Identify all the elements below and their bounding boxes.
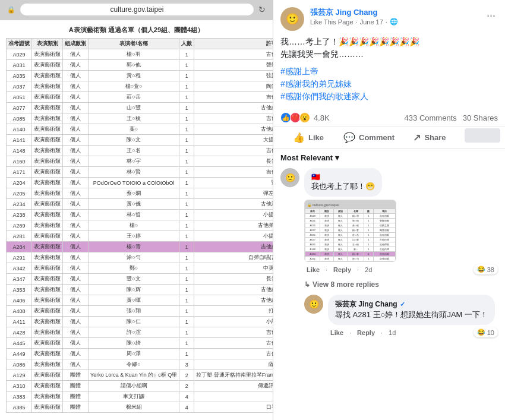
thumb-table: 准考類別個別名稱數項目 A029表演個人楊○羽1吉他演唱 A031表演個人郭○他… <box>305 209 396 261</box>
reactions-count: 4.8K <box>314 113 330 122</box>
table-thumbnail: 🔒 culture.gov.taipei 准考類別個別名稱數項目 A029表演個… <box>304 200 396 262</box>
col-header-cat: 表演類別 <box>32 39 63 49</box>
table-row: A085表演藝術類個人王○稜1吉他彈唱 <box>7 113 273 124</box>
dot-sep: · <box>326 266 327 273</box>
comments-section[interactable]: Most Relevant ▾ 🙂 🇹🇼 我也考上了耶！😁 🔒 culture.… <box>273 149 505 420</box>
shares-count: 30 Shares <box>463 113 498 122</box>
flag-icon: 🇹🇼 <box>311 173 320 181</box>
post-line1: 我……考上了！🎉🎉🎉🎉🎉🎉🎉🎉 <box>280 36 498 48</box>
table-row: A234表演藝術類個人黃○儀1古他演唱分享 <box>7 199 273 210</box>
avatar: 🙂 <box>280 7 304 31</box>
comment-avatar-2: 🙂 <box>304 295 323 314</box>
reaction-count-1: 38 <box>487 266 494 273</box>
table-row: A445表演藝術類個人陳○綺1古他彈唱 <box>7 338 273 349</box>
document-area: A表演藝術類 通過名單（個人29組、團體4組） 准考證號 表演類別 組成數別 表… <box>0 20 273 420</box>
table-row: A031表演藝術類個人郭○他1聲樂演奏 <box>7 60 273 71</box>
reactions-bar: 👍 ❤️ 😮 4.8K 433 Comments 30 Shares <box>273 109 505 127</box>
dot-sep: · <box>356 18 358 26</box>
comment-block-1: 🙂 🇹🇼 我也考上了耶！😁 🔒 culture.gov.taipei 准 <box>280 168 498 274</box>
comment-button[interactable]: 💬 Comment <box>339 128 399 147</box>
table-row: A051表演藝術類個人莊○岳1吉他演唱 <box>7 92 273 103</box>
table-row: A428表演藝術類個人許○澐1吉他彈唱 <box>7 327 273 338</box>
hashtag3[interactable]: #感謝你們我的歌迷家人 <box>280 90 498 103</box>
table-row: A383表演藝術類團體車文打鼴4 <box>7 391 273 402</box>
table-row: A037表演藝術類個人楊○萱○1陶笛演奏 <box>7 81 273 92</box>
comments-count: 433 Comments <box>405 113 457 122</box>
view-more-replies[interactable]: ↳ View 8 more replies <box>304 280 498 289</box>
table-row: A411表演藝術類個人陳○仁1小調演奏 <box>7 317 273 327</box>
comment-like-1[interactable]: Like <box>307 266 320 273</box>
comment-time-2: 1d <box>389 329 396 336</box>
table-row: A449表演藝術類個人周○澤1古他彈唱 <box>7 349 273 359</box>
share-box <box>465 128 500 143</box>
comment-actions-2: Like · Reply · 1d 😂 10 <box>328 327 498 337</box>
table-row: A141表演藝術類個人陳○文1大提琴演奏 <box>7 135 273 146</box>
comment-like-2[interactable]: Like <box>330 329 343 336</box>
comment-text-2: 尋找 A281 王○婷！想跟她生街頭JAM 一下！ <box>335 310 488 320</box>
col-header-id: 准考證號 <box>7 39 32 49</box>
comment-icon: 💬 <box>343 132 355 143</box>
author-name-2: 張芸京 Jing Chang <box>335 299 397 310</box>
post-sub: Like This Page · June 17 · 🌐 <box>310 18 478 26</box>
comment-time-1: 2d <box>365 266 372 273</box>
sort-label: Most Relevant <box>280 153 333 162</box>
table-row: A269表演藝術類個人楊○1古他彈唱、演奏 <box>7 220 273 231</box>
thumb-content: 准考類別個別名稱數項目 A029表演個人楊○羽1吉他演唱 A031表演個人郭○他… <box>305 209 396 261</box>
col-header-num: 人數 <box>179 39 194 49</box>
lock-icon: 🔒 <box>7 6 15 14</box>
like-label: Like <box>308 133 324 142</box>
post-header: 🙂 張芸京 Jing Chang Like This Page · June 1… <box>273 0 505 36</box>
post-author: 張芸京 Jing Chang <box>310 7 478 18</box>
like-icon: 👍 <box>293 132 305 143</box>
reply-arrow-icon: ↳ <box>304 280 310 289</box>
globe-icon: 🌐 <box>390 18 398 26</box>
wow-emoji: 😮 <box>299 112 310 123</box>
url-bar: culture.gov.taipei <box>20 4 254 15</box>
sort-bar[interactable]: Most Relevant ▾ <box>280 153 498 162</box>
comment-body-1: 🇹🇼 我也考上了耶！😁 🔒 culture.gov.taipei 准考類別個別名… <box>304 168 498 274</box>
document-title: A表演藝術類 通過名單（個人29組、團體4組） <box>6 26 267 34</box>
reaction-icons: 👍 ❤️ 😮 <box>280 112 310 123</box>
comment-reply-2[interactable]: Reply <box>357 329 375 336</box>
table-row: A204表演藝術類個人POdOrOeO TOIOIO a COlOtObOl1豎… <box>7 178 273 188</box>
more-options-icon[interactable]: ··· <box>484 7 498 24</box>
post-content: 我……考上了！🎉🎉🎉🎉🎉🎉🎉🎉 先讓我哭一會兒……… #感謝上帝 #感謝我的弟兄… <box>273 36 505 109</box>
dot-sep2: · <box>357 266 359 273</box>
post-line2: 先讓我哭一會兒……… <box>280 48 498 61</box>
table-row: A171表演藝術類個人林○賢1吉他彈唱 <box>7 167 273 178</box>
thumb-browser-bar: 🔒 culture.gov.taipei <box>305 200 396 209</box>
table-row: A035表演藝術類個人黃○程1弦樂之聲 <box>7 71 273 81</box>
refresh-icon[interactable]: ↻ <box>258 5 266 14</box>
share-label: Share <box>424 133 446 142</box>
right-panel: 🙂 張芸京 Jing Chang Like This Page · June 1… <box>273 0 505 420</box>
comment-bubble-2: 張芸京 Jing Chang ✓ 尋找 A281 王○婷！想跟她生街頭JAM 一… <box>328 295 495 325</box>
dot-sep4: · <box>381 329 383 336</box>
table-row: A129表演藝術類團體Yerko Lorca & Kuan Yin 的○ c框 … <box>7 370 273 381</box>
action-bar: 👍 Like 💬 Comment ↗ Share <box>273 127 505 149</box>
table-row: A291表演藝術類個人涂○勻1自彈自唱(吉能、電子琴) <box>7 252 273 263</box>
table-row: A342表演藝術類個人鄭○1中英文彈唱 <box>7 263 273 274</box>
post-meta: 張芸京 Jing Chang Like This Page · June 17 … <box>310 7 478 26</box>
post-date: June 17 <box>360 18 383 26</box>
table-row: A347表演藝術類個人豐○文1長笛演奏 <box>7 274 273 285</box>
like-button[interactable]: 👍 Like <box>278 128 339 147</box>
verified-icon: ✓ <box>400 301 405 308</box>
table-row: A238表演藝術類個人林○哲1小提琴演奏 <box>7 210 273 220</box>
share-icon: ↗ <box>413 132 421 143</box>
col-header-type: 組成數別 <box>63 39 89 49</box>
comment-author-2: 張芸京 Jing Chang ✓ <box>335 299 488 310</box>
table-row: A077表演藝術類個人山○豐1古他白彈自唱 <box>7 103 273 113</box>
comment-author-1: 🇹🇼 <box>311 173 375 181</box>
left-panel: 🔒 culture.gov.taipei ↻ A表演藝術類 通過名單（個人29組… <box>0 0 273 420</box>
table-row: A140表演藝術類個人葉○1古他白彈自唱 <box>7 124 273 135</box>
hashtag1[interactable]: #感謝上帝 <box>280 65 498 78</box>
comment-reaction-1: 😂 38 <box>474 264 498 274</box>
view-more-label: View 8 more replies <box>313 280 379 289</box>
comment-reply-1[interactable]: Reply <box>333 266 351 273</box>
engagement-stats: 433 Comments 30 Shares <box>405 113 498 122</box>
share-button[interactable]: ↗ Share <box>399 128 460 147</box>
dot-sep3: · <box>349 329 351 336</box>
hashtag2[interactable]: #感謝我的弟兄姊妹 <box>280 78 498 90</box>
table-row: A086表演藝術類個人令繆○3薩爾瑪 <box>7 359 273 370</box>
table-row: A385表演藝術類團體棉米組4口琴重奏 <box>7 402 273 413</box>
